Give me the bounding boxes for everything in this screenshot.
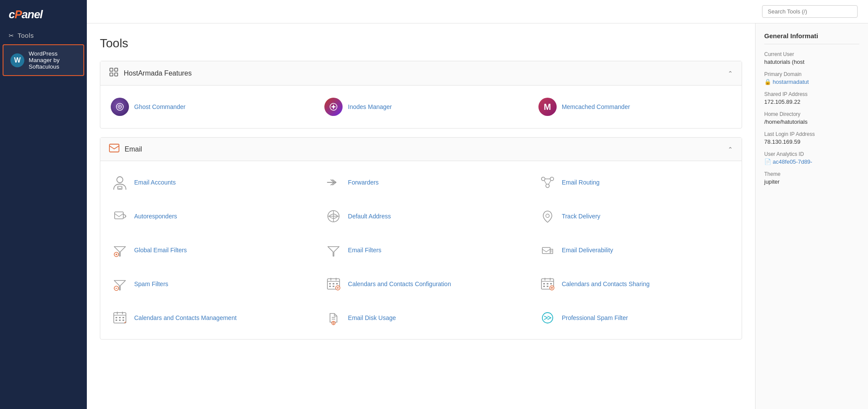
section-email-title-group: Email xyxy=(109,144,142,155)
email-deliverability-icon xyxy=(538,241,557,259)
panel-row-home-dir: Home Directory /home/hatutorials xyxy=(764,111,859,125)
panel-row-shared-ip: Shared IP Address 172.105.89.22 xyxy=(764,91,859,105)
svg-rect-43 xyxy=(547,283,548,284)
tool-email-disk-usage[interactable]: Email Disk Usage xyxy=(314,301,528,335)
svg-rect-1 xyxy=(115,68,118,71)
svg-rect-3 xyxy=(115,73,118,76)
last-login-label: Last Login IP Address xyxy=(764,131,859,137)
svg-rect-56 xyxy=(119,320,121,321)
analytics-id-label: User Analytics ID xyxy=(764,151,859,157)
pro-spam-icon xyxy=(538,309,557,327)
envelope-icon xyxy=(109,144,119,155)
theme-value: jupiter xyxy=(764,178,859,185)
svg-rect-33 xyxy=(329,286,331,287)
tool-calendars-contacts-sharing[interactable]: Calendars and Contacts Sharing xyxy=(528,267,742,301)
track-delivery-label: Track Delivery xyxy=(562,212,601,220)
memcached-commander-icon: M xyxy=(538,98,557,116)
section-hostarmada-header[interactable]: HostArmada Features ⌃ xyxy=(100,61,742,86)
svg-rect-46 xyxy=(547,286,548,287)
sidebar-item-wordpress-manager[interactable]: W WordPress Manager by Softaculous xyxy=(3,44,84,76)
default-address-icon xyxy=(324,207,343,225)
ghost-commander-icon xyxy=(111,98,129,116)
pro-spam-label: Professional Spam Filter xyxy=(562,314,628,322)
section-email-header[interactable]: Email ⌃ xyxy=(100,138,742,161)
tool-track-delivery[interactable]: Track Delivery xyxy=(528,199,742,233)
cal-config-label: Calendars and Contacts Configuration xyxy=(348,280,451,288)
panel-row-primary-domain: Primary Domain 🔒 hostarmadatut xyxy=(764,71,859,85)
search-input[interactable] xyxy=(762,5,858,18)
section-hostarmada: HostArmada Features ⌃ xyxy=(100,61,742,129)
tool-autoresponders[interactable]: Autoresponders xyxy=(100,199,314,233)
cpanel-logo: cPanel xyxy=(0,0,87,27)
svg-rect-55 xyxy=(116,320,117,321)
main-container: Tools HostArmada Features xyxy=(87,0,868,409)
svg-rect-53 xyxy=(119,317,121,318)
main-content: Tools HostArmada Features xyxy=(87,23,755,409)
svg-point-6 xyxy=(119,106,121,108)
sidebar: cPanel ✂ Tools W WordPress Manager by So… xyxy=(0,0,87,409)
email-filters-icon xyxy=(324,241,343,259)
tool-calendars-contacts-mgmt[interactable]: Calendars and Contacts Management xyxy=(100,301,314,335)
spam-filters-icon xyxy=(111,275,129,293)
email-accounts-label: Email Accounts xyxy=(134,178,176,186)
email-routing-label: Email Routing xyxy=(562,178,600,186)
email-filters-label: Email Filters xyxy=(348,246,381,254)
home-dir-label: Home Directory xyxy=(764,111,859,117)
right-panel: General Informati Current User hatutoria… xyxy=(755,23,868,409)
inodes-manager-label: Inodes Manager xyxy=(348,103,392,111)
svg-rect-31 xyxy=(333,283,334,284)
tool-ghost-commander[interactable]: Ghost Commander xyxy=(100,90,314,124)
tool-calendars-contacts-config[interactable]: Calendars and Contacts Configuration xyxy=(314,267,528,301)
tool-email-routing[interactable]: Email Routing xyxy=(528,165,742,199)
primary-domain-value[interactable]: 🔒 hostarmadatut xyxy=(764,79,859,85)
svg-rect-42 xyxy=(543,283,545,284)
svg-point-13 xyxy=(550,177,554,181)
content-wrapper: Tools HostArmada Features xyxy=(87,23,868,409)
section-hostarmada-title-group: HostArmada Features xyxy=(109,67,192,79)
primary-domain-label: Primary Domain xyxy=(764,71,859,77)
current-user-label: Current User xyxy=(764,51,859,57)
section-hostarmada-label: HostArmada Features xyxy=(124,69,192,77)
tool-spam-filters[interactable]: Spam Filters xyxy=(100,267,314,301)
tool-professional-spam-filter[interactable]: Professional Spam Filter xyxy=(528,301,742,335)
analytics-id-value[interactable]: 📄 ac48fe05-7d89- xyxy=(764,158,859,165)
svg-rect-45 xyxy=(543,286,545,287)
panel-row-last-login: Last Login IP Address 78.130.169.59 xyxy=(764,131,859,145)
panel-row-analytics-id: User Analytics ID 📄 ac48fe05-7d89- xyxy=(764,151,859,165)
tool-forwarders[interactable]: Forwarders xyxy=(314,165,528,199)
topbar xyxy=(87,0,868,23)
email-disk-icon xyxy=(324,309,343,327)
home-dir-value: /home/hatutorials xyxy=(764,119,859,125)
tool-email-accounts[interactable]: Email Accounts xyxy=(100,165,314,199)
email-accounts-icon xyxy=(111,173,129,191)
tool-global-email-filters[interactable]: Global Email Filters xyxy=(100,233,314,267)
chevron-up-icon-email: ⌃ xyxy=(728,146,733,153)
autoresponders-label: Autoresponders xyxy=(134,212,177,220)
tools-header: ✂ Tools xyxy=(0,27,87,43)
tool-email-deliverability[interactable]: Email Deliverability xyxy=(528,233,742,267)
svg-rect-9 xyxy=(109,144,119,152)
spam-filters-label: Spam Filters xyxy=(134,280,168,288)
svg-rect-54 xyxy=(122,317,124,318)
page-title: Tools xyxy=(100,36,742,50)
global-email-filters-label: Global Email Filters xyxy=(134,246,187,254)
cal-mgmt-icon xyxy=(111,309,129,327)
svg-point-19 xyxy=(546,214,549,218)
tool-memcached-commander[interactable]: M Memcached Commander xyxy=(528,90,742,124)
svg-point-10 xyxy=(117,177,123,183)
tool-email-filters[interactable]: Email Filters xyxy=(314,233,528,267)
email-routing-icon xyxy=(538,173,557,191)
global-filters-icon xyxy=(111,241,129,259)
panel-row-theme: Theme jupiter xyxy=(764,171,859,185)
tools-header-label: Tools xyxy=(18,32,34,39)
section-email-label: Email xyxy=(125,145,142,153)
section-email: Email ⌃ xyxy=(100,137,742,340)
ghost-commander-label: Ghost Commander xyxy=(134,103,185,111)
squares-icon xyxy=(109,67,119,79)
shared-ip-label: Shared IP Address xyxy=(764,91,859,97)
track-delivery-icon xyxy=(538,207,557,225)
tool-inodes-manager[interactable]: Inodes Manager xyxy=(314,90,528,124)
inodes-manager-icon xyxy=(324,98,343,116)
tool-default-address[interactable]: Default Address xyxy=(314,199,528,233)
last-login-value: 78.130.169.59 xyxy=(764,139,859,145)
